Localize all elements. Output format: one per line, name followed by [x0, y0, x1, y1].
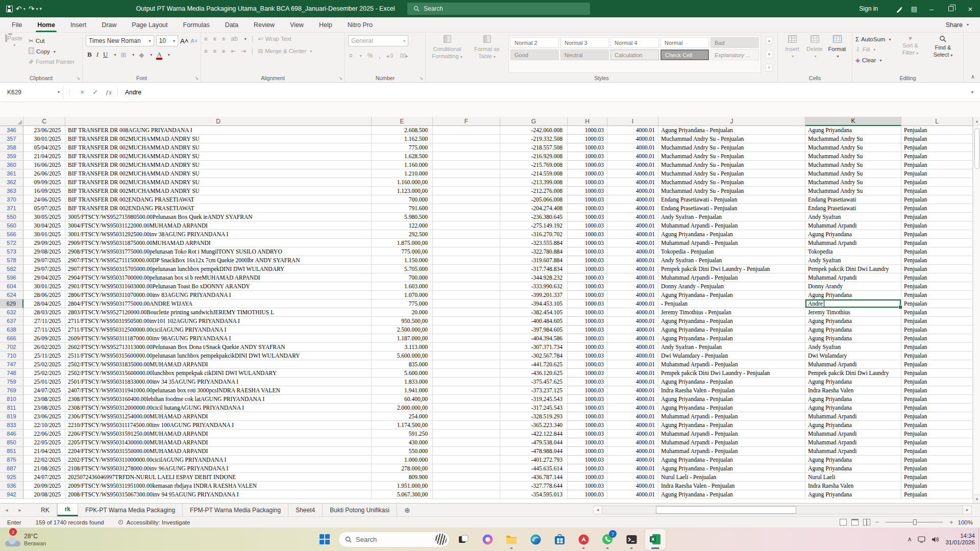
- cell-date[interactable]: 21/04/2025: [23, 152, 65, 161]
- row-header-632[interactable]: 632: [0, 308, 23, 317]
- cell-amount[interactable]: 1.160.000: [372, 161, 433, 169]
- cell-balance[interactable]: -441.720.625: [500, 360, 568, 369]
- cell-date[interactable]: 25/02/2025: [23, 360, 65, 369]
- cell-amount[interactable]: 1.875.000,00: [372, 239, 433, 247]
- cell-empty[interactable]: [433, 386, 500, 395]
- cell-name[interactable]: Agung Priyandana: [805, 317, 901, 325]
- row-header-358[interactable]: 358: [0, 143, 23, 152]
- cell-amount[interactable]: 1.941.000: [372, 386, 433, 395]
- cell-description[interactable]: 2008/FTSCY/WS950315067300.00inv 94 95AGU…: [65, 490, 372, 499]
- cell-category[interactable]: Agung Priyandana - Penjualan: [658, 378, 805, 386]
- cell-balance[interactable]: -218.557.508: [500, 143, 568, 152]
- cell-code-i[interactable]: 4000.01: [607, 325, 658, 334]
- cell-name[interactable]: Tokopedia: [805, 247, 901, 256]
- cell-type[interactable]: Penjualan: [901, 438, 973, 447]
- cell-amount[interactable]: 775.000: [372, 299, 433, 308]
- cell-code-h[interactable]: 1000.03: [568, 490, 607, 499]
- cell-amount[interactable]: 1.628.500: [372, 152, 433, 161]
- cell-code-h[interactable]: 1000.03: [568, 291, 607, 299]
- cell-type[interactable]: Penjualan: [901, 152, 973, 161]
- cell-code-i[interactable]: 4000.01: [607, 308, 658, 317]
- cell-category[interactable]: Muhammad Arpandi - Penjualan: [658, 447, 805, 456]
- cell-code-i[interactable]: 4000.01: [607, 473, 658, 482]
- cell-amount[interactable]: 775.000,00: [372, 247, 433, 256]
- zoom-out-icon[interactable]: −: [875, 518, 879, 526]
- cell-description[interactable]: 2210/FTSCY/WS950311174500.00inv 100AGUNG…: [65, 421, 372, 430]
- cell-type[interactable]: Penjualan: [901, 230, 973, 239]
- cell-category[interactable]: Andy Syafran - Penjualan: [658, 213, 805, 221]
- cell-category[interactable]: Endang Prasetiawati - Penjualan: [658, 204, 805, 213]
- cell-balance[interactable]: -302.567.784: [500, 352, 568, 360]
- row-header-573[interactable]: 573: [0, 247, 23, 256]
- comma-style-icon[interactable]: ,: [378, 51, 380, 60]
- cell-balance[interactable]: -323.555.884: [500, 239, 568, 247]
- cell-name[interactable]: Agung Priyandana: [805, 230, 901, 239]
- terminal-button[interactable]: [621, 529, 642, 549]
- cell-type[interactable]: Penjualan: [901, 169, 973, 178]
- cell-date[interactable]: 30/01/2025: [23, 230, 65, 239]
- cell-category[interactable]: Agung Priyandana - Penjualan: [658, 230, 805, 239]
- cell-description[interactable]: BIF TRANSFER DR 002MUCHAMMAD ANDRY SU: [65, 178, 372, 187]
- cell-date[interactable]: 26/06/2025: [23, 169, 65, 178]
- cell-type[interactable]: Penjualan: [901, 265, 973, 273]
- cell-empty[interactable]: [433, 273, 500, 282]
- cell-code-h[interactable]: 1000.03: [568, 178, 607, 187]
- cell-code-i[interactable]: 4000.01: [607, 169, 658, 178]
- cell-balance[interactable]: -375.457.625: [500, 378, 568, 386]
- cell-code-i[interactable]: 4000.01: [607, 178, 658, 187]
- cell-empty[interactable]: [433, 404, 500, 412]
- cell-balance[interactable]: -344.928.232: [500, 273, 568, 282]
- column-header-f[interactable]: F: [433, 117, 500, 126]
- cell-name[interactable]: Muchammad Andry Su: [805, 152, 901, 161]
- wrap-text-button[interactable]: ↩Wrap Text: [258, 35, 291, 42]
- pen-mode-icon[interactable]: [891, 5, 906, 13]
- cell-code-h[interactable]: 1000.03: [568, 204, 607, 213]
- restore-button[interactable]: [941, 0, 961, 17]
- cell-name[interactable]: Agung Priyandana: [805, 421, 901, 430]
- cell-empty[interactable]: [433, 421, 500, 430]
- cell-category[interactable]: Jeremy Timothius - Penjualan: [658, 308, 805, 317]
- cell-name[interactable]: Dwi Wulamdary: [805, 352, 901, 360]
- column-header-l[interactable]: L: [901, 117, 973, 126]
- cell-date[interactable]: 22/05/2025: [23, 438, 65, 447]
- cell-description[interactable]: 2206/FTSCY/WS95031591250.00MUHAMAD ARPAN…: [65, 430, 372, 438]
- cell-balance[interactable]: -214.559.008: [500, 169, 568, 178]
- cell-date[interactable]: 27/11/2025: [23, 325, 65, 334]
- cell-type[interactable]: Penjualan: [901, 386, 973, 395]
- active-cell[interactable]: Andre: [805, 299, 901, 308]
- cell-code-i[interactable]: 4000.01: [607, 456, 658, 464]
- cell-category[interactable]: Agung Priyandana - Penjualan: [658, 334, 805, 343]
- cell-type[interactable]: Penjualan: [901, 143, 973, 152]
- row-header-624[interactable]: 624: [0, 291, 23, 299]
- cell-date[interactable]: 29/07/2025: [23, 256, 65, 265]
- cell-type[interactable]: Penjualan: [901, 421, 973, 430]
- cell-date[interactable]: 26/09/2025: [23, 334, 65, 343]
- column-header-c[interactable]: C: [23, 117, 65, 126]
- scroll-right-icon[interactable]: ▸: [963, 506, 972, 514]
- cell-description[interactable]: 2511/FTSCY/WS950315600000.00pelunasan lu…: [65, 352, 372, 360]
- cell-date[interactable]: 23/06/2025: [23, 412, 65, 421]
- sheet-tab-rk[interactable]: RK: [34, 504, 57, 516]
- cell-description[interactable]: BIF TRANSFER DR 002MUCHAMMAD ANDRY SU: [65, 187, 372, 195]
- align-middle-icon[interactable]: ≡: [213, 36, 216, 42]
- cell-empty[interactable]: [433, 308, 500, 317]
- cell-amount[interactable]: 60.400,00: [372, 395, 433, 404]
- cell-type[interactable]: Penjualan: [901, 404, 973, 412]
- cell-name[interactable]: Agung Priyandana: [805, 395, 901, 404]
- cell-category[interactable]: - Penjualan: [658, 299, 805, 308]
- cell-empty[interactable]: [433, 343, 500, 352]
- cell-empty[interactable]: [433, 265, 500, 273]
- cell-code-i[interactable]: 4000.01: [607, 230, 658, 239]
- cell-category[interactable]: Dwi Wulamdary - Penjualan: [658, 352, 805, 360]
- horizontal-scrollbar[interactable]: ◂ ▸: [593, 505, 972, 515]
- tray-chevron-icon[interactable]: ∧: [908, 536, 912, 543]
- format-cells-button[interactable]: Format▾: [826, 35, 848, 73]
- cell-code-i[interactable]: 4000.01: [607, 378, 658, 386]
- cell-amount[interactable]: 1.162.500: [372, 135, 433, 143]
- zoom-slider-thumb[interactable]: [913, 519, 917, 525]
- cell-empty[interactable]: [433, 378, 500, 386]
- increase-decimal-icon[interactable]: ◂.0: [386, 53, 393, 59]
- cell-category[interactable]: Indra Raesha Valen - Penjualan: [658, 386, 805, 395]
- cell-name[interactable]: Agung Priyandana: [805, 490, 901, 499]
- cell-amount[interactable]: 950.500,00: [372, 317, 433, 325]
